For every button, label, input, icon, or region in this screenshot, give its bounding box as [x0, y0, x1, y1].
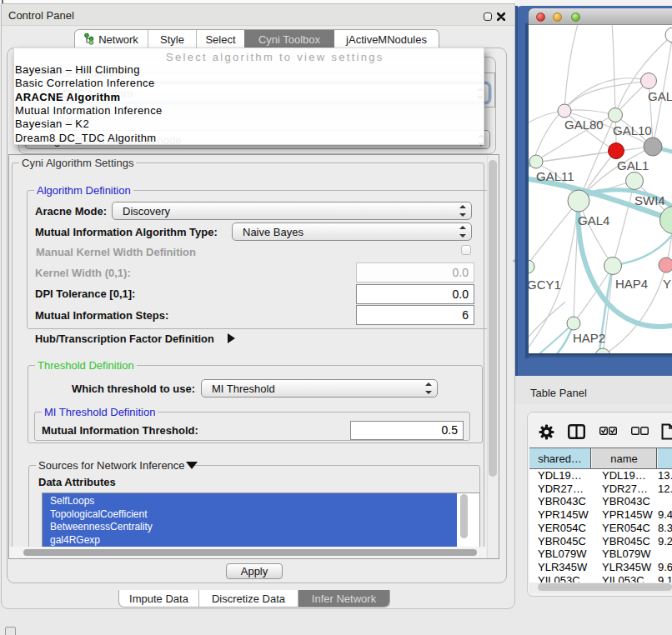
- svg-text:GAL80: GAL80: [564, 118, 604, 132]
- svg-text:GAL7: GAL7: [648, 89, 672, 103]
- svg-text:HAP2: HAP2: [573, 331, 605, 345]
- svg-text:GAL11: GAL11: [536, 169, 574, 183]
- svg-text:GAL1: GAL1: [617, 158, 649, 172]
- svg-text:GCY1: GCY1: [529, 278, 561, 292]
- svg-text:SWI4: SWI4: [634, 193, 665, 208]
- svg-text:HAP4: HAP4: [615, 277, 648, 291]
- svg-text:GAL4: GAL4: [578, 213, 609, 228]
- svg-text:GAL10: GAL10: [613, 123, 652, 138]
- svg-text:Y: Y: [663, 277, 671, 291]
